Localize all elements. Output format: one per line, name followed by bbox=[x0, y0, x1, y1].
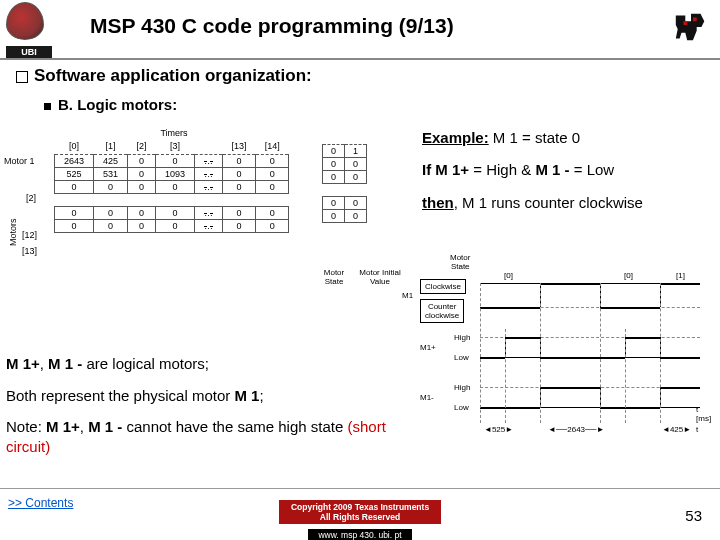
state-table: 01 00 00 00 00 bbox=[322, 140, 367, 223]
row-lbl-2: [2] bbox=[26, 193, 36, 203]
slide-header: UBI MSP 430 C code programming (9/13) bbox=[0, 0, 720, 60]
page-number: 53 bbox=[685, 507, 702, 524]
row-lbl-4: [12] bbox=[22, 230, 37, 240]
lower-text: M 1+, M 1 - are logical motors; Both rep… bbox=[6, 354, 406, 468]
heading-1: Software application organization: bbox=[16, 66, 720, 86]
motors-axis-label: Motors bbox=[8, 218, 18, 246]
row-lbl-5: [13] bbox=[22, 246, 37, 256]
table-caption: Timers bbox=[54, 128, 294, 138]
footer: >> Contents Copyright 2009 Texas Instrum… bbox=[0, 488, 720, 540]
data-table-area: Timers Motors Motor 1 [2] [12] [13] [0][… bbox=[4, 128, 414, 140]
timing-diagram: Motor State Clockwise Counter clockwise … bbox=[410, 265, 710, 455]
ti-logo bbox=[672, 8, 710, 46]
example-text: Example: M 1 = state 0 If M 1+ = High & … bbox=[422, 128, 714, 225]
footer-url: www. msp 430. ubi. pt bbox=[308, 529, 411, 540]
ubi-label: UBI bbox=[6, 46, 52, 58]
slide-title: MSP 430 C code programming (9/13) bbox=[90, 14, 454, 38]
heading-2: B. Logic motors: bbox=[44, 96, 720, 113]
small-caption-b: Motor Initial Value bbox=[350, 268, 410, 286]
heading-1-text: Software application organization: bbox=[34, 66, 312, 85]
timer-table: [0][1][2][3][13][14] 264342500…00 525531… bbox=[54, 140, 289, 233]
ubi-logo bbox=[6, 2, 50, 46]
small-caption-a: Motor State bbox=[314, 268, 354, 286]
motor1-label: Motor 1 bbox=[4, 156, 35, 166]
copyright-block: Copyright 2009 Texas InstrumentsAll Righ… bbox=[0, 500, 720, 540]
heading-2-text: B. Logic motors: bbox=[58, 96, 177, 113]
